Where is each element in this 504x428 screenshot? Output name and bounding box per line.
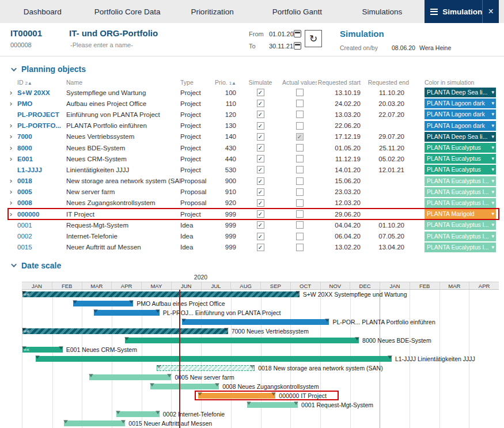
actual-values-checkbox[interactable]: ✓: [296, 177, 304, 185]
expand-chevron-icon[interactable]: ›: [8, 155, 17, 163]
color-dropdown[interactable]: PLANTA Eucalyptus l...▾: [425, 220, 496, 230]
close-icon[interactable]: ×: [482, 0, 499, 23]
simulate-checkbox[interactable]: ✓: [257, 166, 264, 173]
actual-values-checkbox[interactable]: ✓: [296, 144, 304, 151]
col-header-actual-values[interactable]: Actual values: [282, 79, 317, 86]
simulate-checkbox[interactable]: ✓: [257, 133, 264, 141]
actual-values-checkbox[interactable]: ✓: [296, 100, 304, 107]
table-row-E001[interactable]: ›E001Neues CRM-SystemProject440✓✓11.12.1…: [8, 153, 499, 164]
color-dropdown[interactable]: PLANTA Eucalyptus l...▾: [425, 243, 496, 252]
simulate-checkbox[interactable]: ✓: [257, 89, 264, 96]
table-row-0015[interactable]: 0015Neuer Auftritt auf MessenIdea999✓✓13…: [8, 242, 499, 253]
expand-chevron-icon[interactable]: ›: [8, 188, 17, 196]
actual-values-checkbox[interactable]: ✓: [296, 199, 304, 207]
expand-chevron-icon[interactable]: ›: [8, 100, 17, 108]
col-header-name[interactable]: Name: [66, 79, 180, 86]
simulate-checkbox[interactable]: ✓: [257, 188, 264, 196]
simulate-checkbox[interactable]: ✓: [257, 221, 264, 229]
table-row-0008[interactable]: ›0008Neues ZugangskontrollsystemProposal…: [8, 198, 499, 209]
color-dropdown[interactable]: PLANTA Eucalyptus▾: [425, 143, 496, 153]
table-row-PL-PROJECT[interactable]: PL-PROJECTEinführung von PLANTA ProjectP…: [8, 109, 499, 120]
color-dropdown[interactable]: PLANTA Eucalyptus l...▾: [425, 176, 496, 186]
table-row-8000[interactable]: ›8000Neues BDE-SystemProject430✓✓01.05.2…: [8, 142, 499, 153]
actual-values-checkbox[interactable]: ✓: [296, 221, 304, 229]
actual-values-checkbox[interactable]: ✓: [296, 155, 304, 162]
gantt-bar[interactable]: [150, 384, 219, 389]
color-dropdown[interactable]: PLANTA Marigold▾: [425, 209, 496, 219]
expand-chevron-icon[interactable]: ›: [8, 177, 17, 185]
expand-chevron-icon[interactable]: ›: [8, 89, 17, 97]
col-header-color[interactable]: Color in simulation: [409, 79, 499, 86]
nav-tab-simulations[interactable]: Simulations: [340, 0, 425, 23]
actual-values-checkbox[interactable]: ✓: [296, 166, 304, 173]
color-dropdown[interactable]: PLANTA Eucalyptus l...▾: [425, 232, 496, 241]
color-dropdown[interactable]: PLANTA Deep Sea li...▾: [425, 132, 496, 142]
expand-chevron-icon[interactable]: ›: [8, 210, 17, 218]
color-dropdown[interactable]: PLANTA Lagoon dark▾: [425, 99, 496, 108]
menu-icon[interactable]: [430, 9, 438, 15]
gantt-bar[interactable]: [157, 365, 255, 371]
simulate-checkbox[interactable]: ✓: [257, 155, 264, 162]
simulate-checkbox[interactable]: ✓: [257, 233, 264, 240]
nav-tab-dashboard[interactable]: Dashboard: [0, 0, 85, 23]
table-row-7000[interactable]: ›7000Neues VertriebssystemProject140✓✓17…: [8, 131, 499, 142]
actual-values-checkbox[interactable]: ✓: [296, 233, 304, 240]
actual-values-checkbox[interactable]: ✓: [296, 89, 304, 96]
table-row-0001[interactable]: 0001Request-Mgt-SystemIdea999✓✓04.04.200…: [8, 219, 499, 230]
expand-chevron-icon[interactable]: ›: [8, 122, 17, 130]
refresh-button[interactable]: ↻: [305, 30, 322, 47]
color-dropdown[interactable]: PLANTA Deep Sea li...▾: [425, 88, 496, 97]
col-header-prio[interactable]: Prio. 1▲: [213, 79, 238, 86]
gantt-bar[interactable]: [94, 310, 160, 316]
nav-tab-prioritization[interactable]: Prioritization: [170, 0, 255, 23]
gantt-bar[interactable]: [89, 374, 171, 380]
color-dropdown[interactable]: PLANTA Eucalyptus▾: [425, 165, 496, 175]
gantt-bar[interactable]: [73, 301, 133, 306]
gantt-bar[interactable]: ««: [22, 328, 228, 334]
table-row-0002[interactable]: 0002Internet-TelefonieIdea999✓✓06.04.200…: [8, 230, 499, 241]
gantt-bar[interactable]: [247, 402, 298, 408]
col-header-type[interactable]: Type: [180, 79, 213, 86]
simulate-checkbox[interactable]: ✓: [257, 199, 264, 207]
actual-values-checkbox[interactable]: ✓: [296, 133, 304, 141]
planning-objects-header[interactable]: Planning objects: [13, 65, 504, 74]
simulate-checkbox[interactable]: ✓: [257, 177, 264, 185]
table-row-0005[interactable]: ›0005New server farmProposal910✓✓23.03.2…: [8, 187, 499, 198]
gantt-bar[interactable]: ««: [22, 347, 63, 353]
actual-values-checkbox[interactable]: ✓: [296, 244, 304, 251]
calendar-icon[interactable]: [294, 42, 301, 50]
table-row-S+W 20XX[interactable]: ›S+W 20XXSystempflege und WartungProject…: [8, 87, 499, 98]
nav-tab-portfolio-core-data[interactable]: Portfolio Core Data: [85, 0, 169, 23]
expand-chevron-icon[interactable]: ›: [8, 144, 17, 152]
actual-values-checkbox[interactable]: ✓: [296, 188, 304, 196]
actual-values-checkbox[interactable]: ✓: [296, 111, 304, 118]
from-date-value[interactable]: 01.01.20: [269, 31, 294, 37]
col-header-id[interactable]: ID 2▲: [17, 79, 66, 86]
tab-simulation-active[interactable]: Simulation ×: [425, 0, 499, 23]
calendar-icon[interactable]: [294, 30, 301, 37]
table-row-PMO[interactable]: ›PMOAufbau eines Project OfficeProject11…: [8, 98, 499, 109]
table-row-0018[interactable]: ›0018New storage area network system (SA…: [8, 176, 499, 187]
simulate-checkbox[interactable]: ✓: [257, 111, 264, 118]
simulate-checkbox[interactable]: ✓: [257, 144, 264, 151]
gantt-bar[interactable]: [125, 338, 359, 343]
col-header-requested-start[interactable]: Requested start: [317, 79, 362, 86]
color-dropdown[interactable]: PLANTA Eucalyptus l...▾: [425, 198, 496, 208]
table-row-000000[interactable]: ›000000IT ProjectProject999✓✓29.06.20PLA…: [8, 209, 499, 219]
actual-values-checkbox[interactable]: ✓: [296, 210, 304, 218]
table-row-L1-JJJJ[interactable]: L1-JJJJLinientätigkeiten JJJJProject530✓…: [8, 164, 499, 175]
simulate-checkbox[interactable]: ✓: [257, 122, 264, 130]
table-row-PL-PORTFO...[interactable]: ›PL-PORTFO...PLANTA Portfolio einführenP…: [8, 120, 499, 131]
col-header-requested-end[interactable]: Requested end: [362, 79, 409, 86]
expand-chevron-icon[interactable]: ›: [8, 132, 17, 141]
gantt-bar[interactable]: ««: [22, 291, 300, 297]
expand-chevron-icon[interactable]: ›: [8, 199, 17, 207]
gantt-bar[interactable]: [182, 319, 329, 325]
to-date-value[interactable]: 30.11.21: [269, 43, 293, 50]
color-dropdown[interactable]: PLANTA Lagoon dark▾: [425, 121, 496, 131]
gantt-bar[interactable]: [116, 411, 160, 417]
actual-values-checkbox[interactable]: ✓: [296, 122, 304, 130]
nav-tab-portfolio-gantt[interactable]: Portfolio Gantt: [255, 0, 339, 23]
color-dropdown[interactable]: PLANTA Lagoon dark▾: [425, 109, 496, 119]
color-dropdown[interactable]: PLANTA Eucalyptus▾: [425, 154, 496, 164]
